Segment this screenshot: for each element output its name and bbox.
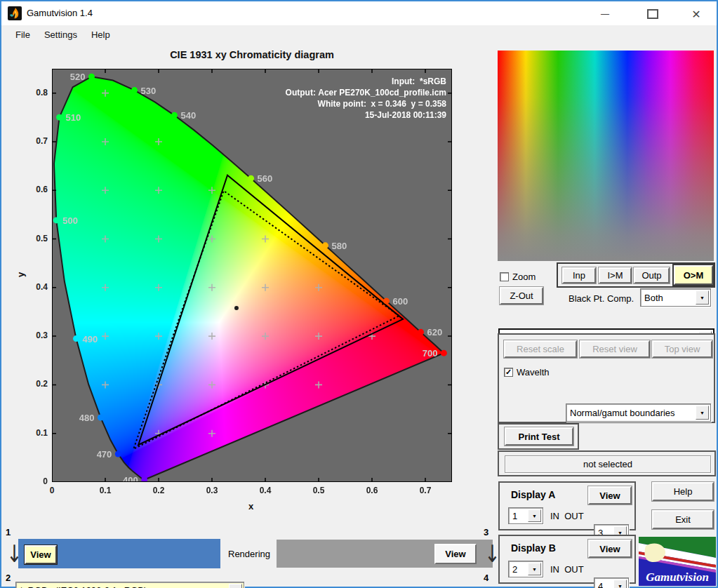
app-icon <box>8 6 22 20</box>
x-axis-label: x <box>248 501 253 512</box>
y-tick-label: 0.2 <box>24 379 48 389</box>
app-window: Gamutvision 1.4 — ✕ File Settings Help C… <box>0 0 718 588</box>
y-tick-label: 0.1 <box>24 428 48 438</box>
zoom-checkbox-label: Zoom <box>512 272 536 282</box>
help-button[interactable]: Help <box>652 482 714 501</box>
display-a-inout-label: IN OUT <box>550 511 584 521</box>
row3-index: 2 <box>6 573 11 583</box>
close-button[interactable]: ✕ <box>686 7 707 21</box>
display-a-view-button[interactable]: View <box>588 486 632 505</box>
y-tick-label: 0 <box>24 476 48 486</box>
dropdown-arrow-icon[interactable]: ▼ <box>229 584 242 588</box>
print-test-button[interactable]: Print Test <box>505 427 573 446</box>
x-tick-label: 0.6 <box>361 486 383 495</box>
view-mode-button-outp[interactable]: Outp <box>634 267 670 283</box>
reset-view-button[interactable]: Reset view <box>580 340 650 358</box>
check-icon: ✓ <box>505 368 512 377</box>
saturation-map-panel <box>498 51 714 261</box>
minimize-button[interactable]: — <box>594 7 616 21</box>
wavelth-checkbox[interactable]: ✓ <box>504 368 513 377</box>
chart-area: CIE 1931 xy Chromaticity diagram x y 00.… <box>1 44 493 521</box>
dropdown-arrow-icon[interactable]: ▼ <box>696 290 709 305</box>
display-b-out-value: 4 <box>598 581 603 588</box>
x-tick-label: 0.5 <box>308 486 329 495</box>
display-a-box: Display A View 1 ▼ IN OUT 3 ▼ <box>498 481 636 530</box>
input-profile-select[interactable]: *sRGB (IEC6 1996-2.1 sRGB) ▼ <box>15 582 244 588</box>
boundaries-select[interactable]: Normal/gamut boundaries ▼ <box>566 403 711 422</box>
display-a-title: Display A <box>511 489 555 500</box>
row1-index-right: 3 <box>484 527 488 537</box>
exit-button[interactable]: Exit <box>652 510 714 529</box>
dropdown-arrow-icon[interactable]: ▼ <box>528 563 541 575</box>
x-tick-label: 0.1 <box>95 486 116 495</box>
y-tick-label: 0.4 <box>24 282 48 292</box>
y-tick-label: 0.5 <box>24 234 48 243</box>
menubar: File Settings Help <box>1 25 717 44</box>
x-tick-label: 0.2 <box>148 486 169 495</box>
display-b-box: Display B View 2 ▼ IN OUT 4 ▼ <box>498 535 636 584</box>
black-pt-comp-value: Both <box>644 293 663 303</box>
x-tick-label: 0.3 <box>201 486 222 495</box>
display-b-in-select[interactable]: 2 ▼ <box>508 561 543 577</box>
chromaticity-canvas[interactable] <box>52 69 452 482</box>
wavelth-checkbox-label: Wavelth <box>517 367 549 377</box>
top-view-button[interactable]: Top view <box>652 340 712 358</box>
row1-index: 1 <box>6 527 11 537</box>
boundaries-value: Normal/gamut boundaries <box>570 408 675 418</box>
display-a-in-select[interactable]: 1 ▼ <box>508 507 543 524</box>
window-title: Gamutvision 1.4 <box>27 8 93 18</box>
display-b-view-button[interactable]: View <box>588 540 632 558</box>
titlebar: Gamutvision 1.4 — ✕ <box>1 1 717 25</box>
dropdown-arrow-icon[interactable]: ▼ <box>613 580 627 588</box>
down-arrow-icon-right: ↓ <box>484 540 500 568</box>
zout-button[interactable]: Z-Out <box>500 287 543 305</box>
rendering-label: Rendering <box>228 549 270 559</box>
x-tick-label: 0.7 <box>415 486 436 495</box>
display-b-title: Display B <box>511 542 556 554</box>
display-b-in-value: 2 <box>512 564 517 575</box>
black-pt-comp-label: Black Pt. Comp. <box>569 293 634 304</box>
y-tick-label: 0.3 <box>24 330 48 340</box>
status-text: not selected <box>505 455 711 473</box>
dropdown-arrow-icon[interactable]: ▼ <box>696 406 709 420</box>
maximize-icon <box>647 9 658 19</box>
display-b-inout-label: IN OUT <box>550 564 584 575</box>
black-pt-comp-select[interactable]: Both ▼ <box>640 288 711 307</box>
view-mode-button-inp[interactable]: Inp <box>562 267 596 283</box>
maximize-button[interactable] <box>642 7 663 21</box>
view-mode-button-om[interactable]: O>M <box>674 265 713 285</box>
y-axis-label: y <box>15 272 26 277</box>
row3-index-right: 4 <box>484 573 488 583</box>
view-b-button[interactable]: View <box>434 544 477 564</box>
display-b-out-select[interactable]: 4 ▼ <box>594 577 629 588</box>
input-profile-value: *sRGB (IEC6 1996-2.1 sRGB) <box>20 585 147 588</box>
gamutvision-logo: Gamutvision <box>639 537 716 586</box>
x-tick-label: 0 <box>41 486 62 495</box>
y-tick-label: 0.7 <box>24 136 48 146</box>
reset-scale-button[interactable]: Reset scale <box>504 340 577 358</box>
view-a-button[interactable]: View <box>25 545 57 564</box>
y-tick-label: 0.6 <box>24 185 48 194</box>
logo-text: Gamutvision <box>646 570 709 584</box>
chart-title: CIE 1931 xy Chromaticity diagram <box>52 49 452 60</box>
minimize-icon: — <box>601 9 609 19</box>
view-mode-button-im[interactable]: I>M <box>599 267 632 283</box>
menu-item-file[interactable]: File <box>8 27 37 43</box>
menu-item-help[interactable]: Help <box>84 27 117 43</box>
zoom-checkbox-row: Zoom <box>500 272 536 282</box>
dropdown-arrow-icon[interactable]: ▼ <box>528 509 541 522</box>
x-tick-label: 0.4 <box>255 486 276 495</box>
wavelth-row: ✓ Wavelth <box>504 367 549 377</box>
close-icon: ✕ <box>691 8 700 21</box>
rendering-label-box: Rendering <box>222 540 277 568</box>
menu-item-settings[interactable]: Settings <box>37 27 84 43</box>
y-tick-label: 0.8 <box>24 88 48 98</box>
display-a-in-value: 1 <box>512 511 517 521</box>
zoom-checkbox[interactable] <box>500 272 509 281</box>
